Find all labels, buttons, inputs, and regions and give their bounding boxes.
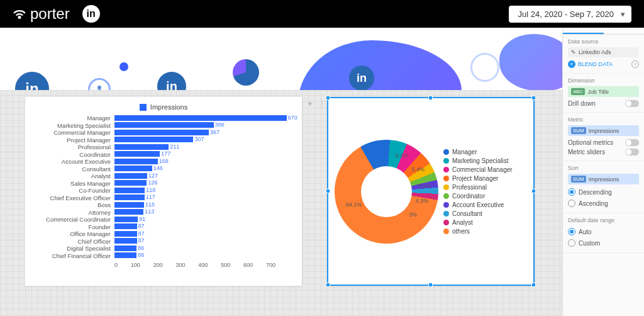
bar-row: Coordinator177	[33, 151, 294, 159]
hero-banner: in in in in	[0, 28, 644, 91]
legend-item[interactable]: Analyst	[443, 219, 513, 226]
bar-row: Professional211	[33, 144, 294, 151]
legend-item[interactable]: Manager	[443, 149, 513, 155]
sort-asc-radio[interactable]: Ascending	[568, 198, 639, 209]
resize-handle[interactable]	[531, 96, 536, 100]
wifi-icon	[13, 7, 26, 21]
bar-row: Founder87	[33, 223, 294, 231]
linkedin-icon: in	[349, 65, 374, 91]
magic-icon[interactable]: ✦	[307, 99, 313, 108]
help-icon[interactable]: ?	[631, 60, 639, 68]
optional-metrics-toggle[interactable]	[625, 139, 639, 146]
bar-row: Account Executive168	[33, 158, 294, 166]
bar-row: Consultant146	[33, 166, 294, 173]
legend-item[interactable]: Marketing Specialist	[443, 157, 513, 164]
svg-point-1	[97, 86, 101, 89]
svg-point-0	[19, 16, 21, 18]
linkedin-icon: in	[157, 72, 186, 91]
bar-row: Commercial Coordinator91	[33, 216, 294, 223]
data-source-chip[interactable]: ✎LinkedIn Ads	[568, 47, 639, 57]
pie-chart[interactable]: 9.4% 5.4% 5.1% 4.3% 3% 64.1% ManagerMark…	[327, 97, 535, 286]
metric-chip[interactable]: SUMImpressions	[568, 125, 639, 136]
date-range-text: Jul 24, 2020 - Sep 7, 2020	[518, 9, 614, 19]
legend-item[interactable]: Professional	[443, 184, 513, 191]
donut-ring: 9.4% 5.4% 5.1% 4.3% 3% 64.1%	[335, 140, 438, 244]
bar-chart[interactable]: ✦ ⋮ Impressions Manager670Marketing Spec…	[25, 97, 302, 286]
pencil-icon: ✎	[571, 49, 576, 55]
more-icon[interactable]: ⋮	[318, 99, 326, 108]
top-bar: porter in Jul 24, 2020 - Sep 7, 2020	[0, 0, 644, 28]
legend-item[interactable]: Account Executive	[443, 201, 513, 208]
resize-handle[interactable]	[428, 283, 433, 287]
drilldown-toggle[interactable]	[625, 100, 639, 107]
bar-row: Manager670	[33, 115, 294, 122]
metric-sliders-toggle[interactable]	[625, 149, 639, 155]
resize-handle[interactable]	[428, 96, 433, 100]
bar-row: Project Manager307	[33, 137, 294, 144]
bar-row: Office Manager87	[33, 230, 294, 238]
bar-row: Attorney113	[33, 209, 294, 217]
bar-row: Marketing Specialist386	[33, 122, 294, 130]
bar-row: Chief Officer87	[33, 238, 294, 245]
decorative-circle	[470, 53, 499, 82]
bar-row: Boss115	[33, 201, 294, 209]
bar-row: Chief Executive Officer117	[33, 195, 294, 202]
resize-handle[interactable]	[326, 96, 330, 100]
legend-item[interactable]: Coordinator	[443, 193, 513, 200]
legend-item[interactable]: Project Manager	[443, 175, 513, 182]
range-custom-radio[interactable]: Custom	[568, 237, 639, 249]
report-canvas[interactable]: ✦ ⋮ Impressions Manager670Marketing Spec…	[0, 91, 644, 316]
sort-desc-radio[interactable]: Descending	[568, 186, 639, 198]
blend-data-button[interactable]: +BLEND DATA	[568, 60, 613, 68]
legend-item[interactable]: others	[443, 228, 513, 235]
resize-handle[interactable]	[326, 189, 330, 193]
chart-legend: Impressions	[33, 103, 294, 111]
profile-icon	[88, 78, 111, 91]
bar-row: Digital Specialist86	[33, 245, 294, 252]
date-range-picker[interactable]: Jul 24, 2020 - Sep 7, 2020	[509, 6, 631, 23]
linkedin-icon: in	[82, 5, 100, 23]
legend-item[interactable]: Commercial Manager	[443, 166, 513, 173]
brand-logo: porter	[13, 5, 70, 23]
legend-item[interactable]: Consultant	[443, 210, 513, 217]
bar-row: Co-Founder118	[33, 187, 294, 195]
brand-text: porter	[30, 5, 70, 23]
range-auto-radio[interactable]: Auto	[568, 226, 639, 237]
sort-chip[interactable]: SUMImpressions	[568, 174, 639, 184]
bar-row: Sales Manager126	[33, 180, 294, 188]
pie-icon	[233, 59, 259, 86]
bar-row: Chief Financial Officer86	[33, 252, 294, 260]
resize-handle[interactable]	[531, 189, 536, 193]
dimension-chip[interactable]: ABCJob Title	[568, 86, 639, 97]
bar-row: Analyst127	[33, 172, 294, 180]
bar-row: Commercial Manager367	[33, 129, 294, 137]
resize-handle[interactable]	[326, 283, 330, 287]
resize-handle[interactable]	[531, 283, 536, 287]
plus-icon: +	[568, 60, 575, 68]
linkedin-icon: in	[15, 72, 49, 91]
properties-panel: Chart › Pie DATA STYLE Data source ✎Link…	[562, 0, 644, 316]
